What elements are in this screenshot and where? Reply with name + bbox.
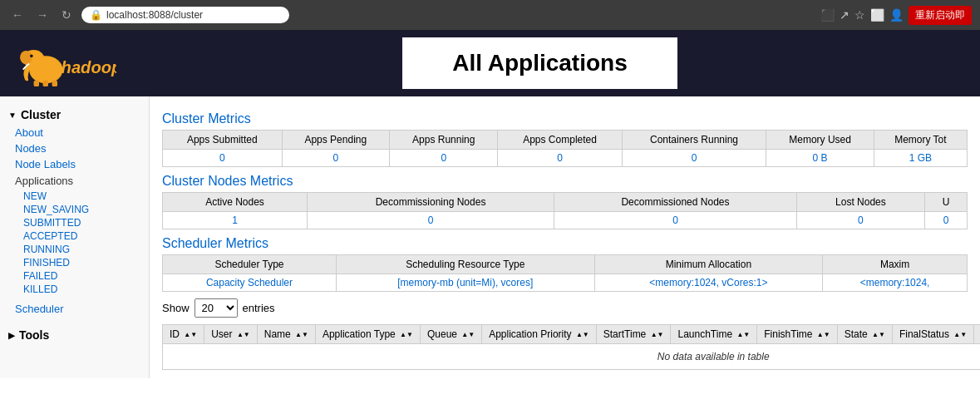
svg-text:hadoop: hadoop (62, 57, 116, 76)
col-u-nodes: U (925, 193, 968, 212)
sidebar-item-node-labels[interactable]: Node Labels (0, 156, 149, 172)
col-maximum: Maxim (823, 255, 968, 274)
col-application-type-label: Application Type (323, 328, 396, 340)
svg-point-3 (30, 54, 33, 57)
sidebar-item-running[interactable]: RUNNING (0, 243, 149, 256)
sidebar-item-about[interactable]: About (0, 125, 149, 140)
val-decommissioning-nodes: 0 (308, 212, 554, 229)
val-memory-used: 0 B (766, 150, 874, 167)
val-decommissioned-nodes: 0 (554, 212, 797, 229)
col-containers-running: Containers Running (622, 131, 766, 150)
col-memory-tot: Memory Tot (874, 131, 967, 150)
reload-button[interactable]: 重新启动即 (909, 6, 972, 25)
sidebar-cluster-section: ▼ Cluster About Nodes Node Labels Applic… (0, 105, 149, 317)
col-state-label: State (845, 328, 868, 340)
scheduler-metrics-header: Scheduler Metrics (162, 236, 968, 251)
profile-button[interactable]: 👤 (889, 8, 904, 22)
lock-icon: 🔒 (90, 9, 102, 21)
sidebar-item-finished[interactable]: FINISHED (0, 256, 149, 269)
sidebar-item-scheduler[interactable]: Scheduler (0, 301, 149, 317)
val-maximum: <memory:1024, (823, 274, 968, 292)
col-start-time[interactable]: StartTime ▲▼ (596, 325, 671, 344)
back-button[interactable]: ← (8, 7, 27, 23)
sidebar-cluster-header[interactable]: ▼ Cluster (0, 105, 149, 125)
sort-queue-icon: ▲▼ (461, 332, 475, 338)
sidebar: ▼ Cluster About Nodes Node Labels Applic… (0, 96, 150, 378)
col-apps-pending: Apps Pending (282, 131, 389, 150)
sort-application-priority-icon: ▲▼ (576, 332, 589, 338)
col-queue[interactable]: Queue ▲▼ (420, 325, 481, 344)
entries-label: entries (243, 302, 275, 314)
svg-rect-6 (52, 80, 57, 86)
col-finish-time[interactable]: FinishTime ▲▼ (757, 325, 837, 344)
col-memory-used: Memory Used (766, 131, 874, 150)
no-data-row: No data available in table (163, 344, 981, 370)
tab-button[interactable]: ⬜ (870, 8, 884, 22)
cluster-metrics-table: Apps Submitted Apps Pending Apps Running… (162, 130, 968, 167)
col-minimum-allocation: Minimum Allocation (594, 255, 823, 274)
col-final-status-label: FinalStatus (899, 328, 949, 340)
screenshot-button[interactable]: ⬛ (820, 8, 835, 22)
sidebar-item-accepted[interactable]: ACCEPTED (0, 229, 149, 243)
col-finish-time-label: FinishTime (764, 328, 812, 340)
col-name[interactable]: Name ▲▼ (257, 325, 315, 344)
svg-point-2 (20, 50, 32, 63)
cluster-nodes-metrics-table: Active Nodes Decommissioning Nodes Decom… (162, 192, 968, 229)
sidebar-item-new[interactable]: NEW (0, 190, 149, 203)
col-application-type[interactable]: Application Type ▲▼ (315, 325, 420, 344)
val-apps-submitted: 0 (163, 150, 283, 167)
show-label: Show (162, 302, 190, 314)
col-application-priority[interactable]: Application Priority ▲▼ (482, 325, 597, 344)
sort-start-time-icon: ▲▼ (651, 332, 664, 338)
no-data-message: No data available in table (163, 344, 981, 370)
browser-chrome: ← → ↻ 🔒 localhost:8088/cluster ⬛ ↗ ☆ ⬜ 👤… (0, 0, 980, 30)
col-name-label: Name (264, 328, 291, 340)
val-containers-running: 0 (622, 150, 766, 167)
sidebar-item-killed[interactable]: KILLED (0, 283, 149, 296)
forward-button[interactable]: → (33, 7, 52, 23)
col-final-status[interactable]: FinalStatus ▲▼ (892, 325, 973, 344)
entries-select[interactable]: 10 20 50 100 (195, 298, 238, 318)
browser-actions: ⬛ ↗ ☆ ⬜ 👤 重新启动即 (820, 6, 972, 25)
cluster-metrics-header: Cluster Metrics (162, 111, 968, 126)
sidebar-item-nodes[interactable]: Nodes (0, 140, 149, 156)
sidebar-item-failed[interactable]: FAILED (0, 269, 149, 283)
logo-area: hadoop (17, 41, 116, 86)
col-apps-completed: Apps Completed (498, 131, 622, 150)
col-user[interactable]: User ▲▼ (204, 325, 258, 344)
val-active-nodes: 1 (163, 212, 308, 229)
sort-name-icon: ▲▼ (295, 332, 308, 338)
val-minimum-allocation: <memory:1024, vCores:1> (594, 274, 823, 292)
col-id-label: ID (170, 328, 180, 340)
col-launch-time[interactable]: LaunchTime ▲▼ (671, 325, 757, 344)
sort-application-type-icon: ▲▼ (400, 332, 413, 338)
scheduler-metrics-table: Scheduler Type Scheduling Resource Type … (162, 254, 968, 292)
col-queue-label: Queue (427, 328, 457, 340)
address-bar[interactable]: 🔒 localhost:8088/cluster (81, 7, 289, 23)
cluster-nodes-metrics-header: Cluster Nodes Metrics (162, 174, 968, 189)
sidebar-item-new-saving[interactable]: NEW_SAVING (0, 203, 149, 216)
col-lost-nodes: Lost Nodes (796, 193, 924, 212)
sidebar-tools-header[interactable]: ▶ Tools (0, 325, 149, 345)
col-state[interactable]: State ▲▼ (837, 325, 892, 344)
col-running-containers[interactable]: Running Containers ▲▼ (974, 325, 980, 344)
refresh-button[interactable]: ↻ (58, 7, 75, 23)
sort-final-status-icon: ▲▼ (953, 332, 967, 338)
svg-rect-5 (43, 80, 48, 86)
content-area: Cluster Metrics Apps Submitted Apps Pend… (150, 96, 980, 378)
col-user-label: User (211, 328, 232, 340)
tools-arrow-icon: ▶ (8, 331, 15, 340)
val-lost-nodes: 0 (796, 212, 924, 229)
val-scheduler-type: Capacity Scheduler (163, 274, 337, 292)
val-apps-running: 0 (390, 150, 498, 167)
col-id[interactable]: ID ▲▼ (163, 325, 204, 344)
share-button[interactable]: ↗ (840, 8, 849, 22)
star-button[interactable]: ☆ (854, 8, 865, 22)
col-apps-submitted: Apps Submitted (163, 131, 283, 150)
sidebar-item-submitted[interactable]: SUBMITTED (0, 216, 149, 229)
col-scheduling-resource-type: Scheduling Resource Type (336, 255, 594, 274)
cluster-label: Cluster (21, 108, 61, 121)
svg-rect-4 (34, 80, 39, 86)
show-entries-bar: Show 10 20 50 100 entries (162, 298, 968, 318)
col-scheduler-type: Scheduler Type (163, 255, 337, 274)
